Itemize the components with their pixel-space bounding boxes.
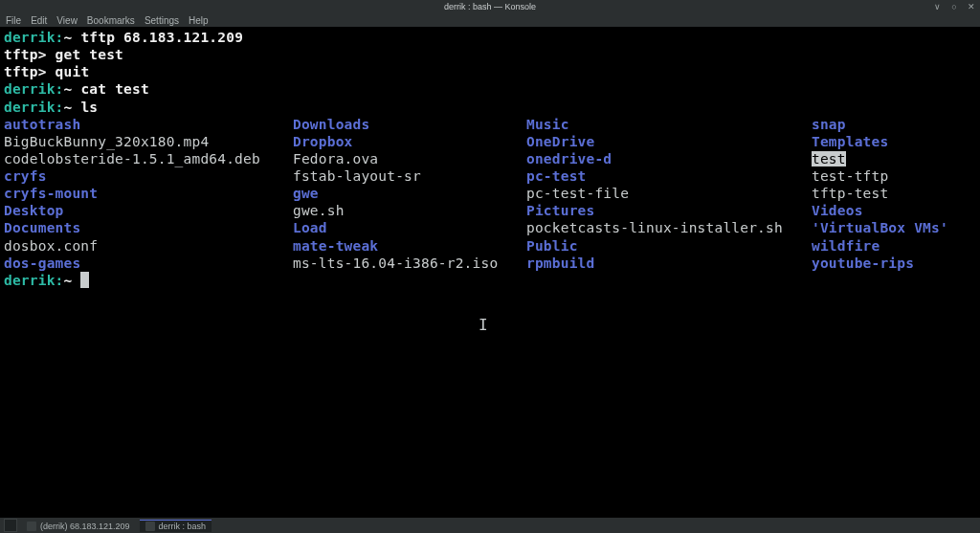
ls-entry: gwe <box>293 186 319 201</box>
close-icon[interactable]: ✕ <box>967 2 976 11</box>
prompt-colon: : <box>56 273 64 288</box>
menu-edit[interactable]: Edit <box>31 15 47 26</box>
ls-entry: autotrash <box>4 117 80 132</box>
ls-entry: pocketcasts-linux-installer.sh <box>526 220 783 235</box>
ls-entry: test <box>812 151 846 167</box>
ls-entry: tftp-test <box>812 186 888 201</box>
ls-entry: snap <box>812 117 846 132</box>
cursor-block <box>80 272 89 288</box>
terminal-line: derrik:~ cat test <box>4 80 976 98</box>
prompt-user: derrik <box>4 30 56 45</box>
command-text: get test <box>56 47 123 62</box>
ls-entry: Documents <box>4 220 80 235</box>
prompt-user: derrik <box>4 273 56 288</box>
ls-entry: cryfs-mount <box>4 186 98 201</box>
window-titlebar: derrik : bash — Konsole ∨ ○ ✕ <box>0 0 980 13</box>
ls-column: snapTemplatestesttest-tftptftp-testVideo… <box>812 116 948 272</box>
menu-help[interactable]: Help <box>189 15 209 26</box>
ls-entry: BigBuckBunny_320x180.mp4 <box>4 134 209 149</box>
ls-entry: fstab-layout-sr <box>293 168 421 184</box>
ls-entry: mate-tweak <box>293 238 378 254</box>
menu-file[interactable]: File <box>6 15 21 26</box>
taskbar-item[interactable]: (derrik) 68.183.121.209 <box>21 520 136 532</box>
maximize-icon[interactable]: ○ <box>949 2 959 11</box>
terminal-line: tftp> get test <box>4 46 976 63</box>
ls-entry: codelobsteride-1.5.1_amd64.deb <box>4 151 260 167</box>
ls-entry: gwe.sh <box>293 203 345 218</box>
ls-entry: 'VirtualBox VMs' <box>812 220 948 235</box>
ls-entry: Dropbox <box>293 134 353 149</box>
prompt-colon: : <box>56 30 64 45</box>
ls-entry: Music <box>526 117 569 132</box>
window-controls: ∨ ○ ✕ <box>932 2 976 11</box>
command-text: ls <box>80 100 98 115</box>
taskbar-item-label: (derrik) 68.183.121.209 <box>40 522 130 531</box>
taskbar-item[interactable]: derrik : bash <box>140 520 212 532</box>
ls-entry: Templates <box>812 134 888 149</box>
ls-entry: onedrive-d <box>526 151 612 167</box>
prompt-user: derrik <box>4 100 56 115</box>
prompt-colon: : <box>56 100 64 115</box>
ls-output: autotrashBigBuckBunny_320x180.mp4codelob… <box>4 116 976 272</box>
ls-column: MusicOneDriveonedrive-dpc-testpc-test-fi… <box>526 116 812 272</box>
ls-entry: Load <box>293 220 327 235</box>
ls-entry: Public <box>526 238 578 254</box>
ls-column: autotrashBigBuckBunny_320x180.mp4codelob… <box>4 116 293 272</box>
ls-entry: Desktop <box>4 203 64 218</box>
ls-entry: youtube-rips <box>812 255 914 271</box>
ls-entry: Downloads <box>293 117 369 132</box>
ls-entry: Fedora.ova <box>293 151 378 167</box>
text-cursor-icon: I <box>479 316 488 334</box>
ls-entry: pc-test <box>526 168 587 184</box>
minimize-icon[interactable]: ∨ <box>932 2 942 11</box>
ls-entry: test-tftp <box>812 168 888 184</box>
taskbar: (derrik) 68.183.121.209 derrik : bash <box>0 518 980 533</box>
menubar: File Edit View Bookmarks Settings Help <box>0 13 980 27</box>
ls-entry: dos-games <box>4 255 80 271</box>
ls-entry: Videos <box>812 203 863 218</box>
terminal-icon <box>145 522 155 531</box>
terminal-area[interactable]: derrik:~ tftp 68.183.121.209 tftp> get t… <box>0 27 980 291</box>
window-title: derrik : bash — Konsole <box>444 2 536 11</box>
terminal-line: derrik:~ ls <box>4 99 976 116</box>
tftp-prompt: tftp> <box>4 64 47 79</box>
ls-entry: dosbox.conf <box>4 238 98 254</box>
command-text: cat test <box>80 81 148 97</box>
prompt-user: derrik <box>4 81 56 97</box>
ls-entry: Pictures <box>526 203 594 218</box>
ls-column: DownloadsDropboxFedora.ovafstab-layout-s… <box>293 116 526 272</box>
terminal-icon <box>27 522 36 531</box>
menu-settings[interactable]: Settings <box>145 15 179 26</box>
command-text: quit <box>56 64 90 79</box>
show-desktop-button[interactable] <box>4 519 17 532</box>
ls-entry: rpmbuild <box>526 255 594 271</box>
tftp-prompt: tftp> <box>4 47 47 62</box>
terminal-line: tftp> quit <box>4 63 976 80</box>
command-text: tftp 68.183.121.209 <box>80 30 243 45</box>
ls-entry: ms-lts-16.04-i386-r2.iso <box>293 255 498 271</box>
ls-entry: cryfs <box>4 168 47 184</box>
prompt-colon: : <box>56 81 64 97</box>
ls-entry: pc-test-file <box>526 186 629 201</box>
ls-entry: wildfire <box>812 238 880 254</box>
terminal-line: derrik:~ tftp 68.183.121.209 <box>4 29 976 46</box>
menu-view[interactable]: View <box>56 15 78 26</box>
menu-bookmarks[interactable]: Bookmarks <box>87 15 135 26</box>
taskbar-item-label: derrik : bash <box>159 522 207 531</box>
terminal-line: derrik:~ <box>4 272 976 289</box>
ls-entry: OneDrive <box>526 134 594 149</box>
